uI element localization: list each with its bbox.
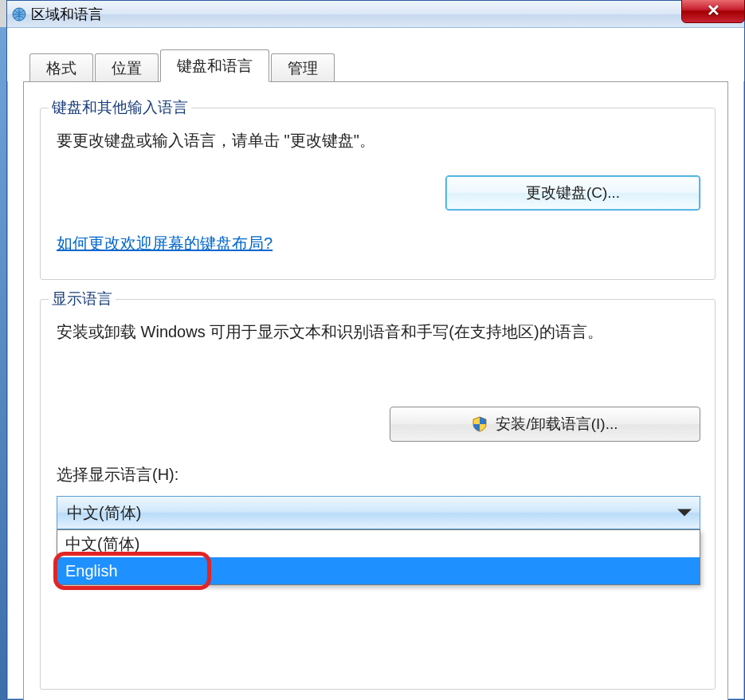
display-language-dropdown: 中文(简体) English xyxy=(57,529,700,585)
tab-format[interactable]: 格式 xyxy=(29,53,93,82)
close-button[interactable]: ✕ xyxy=(681,0,745,23)
select-display-language-label: 选择显示语言(H): xyxy=(57,464,178,486)
change-keyboard-button[interactable]: 更改键盘(C)... xyxy=(445,175,700,210)
tab-keyboard-language[interactable]: 键盘和语言 xyxy=(160,49,269,82)
titlebar[interactable]: 区域和语言 ✕ xyxy=(7,1,744,28)
uac-shield-icon xyxy=(472,416,488,432)
close-icon: ✕ xyxy=(707,1,720,20)
tab-location[interactable]: 位置 xyxy=(95,53,159,82)
option-chinese-simplified[interactable]: 中文(简体) xyxy=(57,530,700,557)
window-title: 区域和语言 xyxy=(31,5,103,24)
group-display-desc: 安装或卸载 Windows 可用于显示文本和识别语音和手写(在支持地区)的语言。 xyxy=(57,319,699,344)
change-keyboard-label: 更改键盘(C)... xyxy=(526,183,620,203)
group-keyboard-legend: 键盘和其他输入语言 xyxy=(49,97,191,118)
tab-row: 格式 位置 键盘和语言 管理 xyxy=(7,28,744,81)
group-display-legend: 显示语言 xyxy=(49,289,116,309)
dialog-window: 区域和语言 ✕ 格式 位置 键盘和语言 管理 键盘和其他输入语言 要更改键盘或输… xyxy=(6,0,745,700)
group-display-language: 显示语言 安装或卸载 Windows 可用于显示文本和识别语音和手写(在支持地区… xyxy=(40,299,716,690)
group-keyboard-input: 键盘和其他输入语言 要更改键盘或输入语言，请单击 "更改键盘"。 更改键盘(C)… xyxy=(40,108,716,280)
chevron-down-icon xyxy=(677,509,692,517)
combobox-selected-value: 中文(简体) xyxy=(67,502,141,524)
group-keyboard-desc: 要更改键盘或输入语言，请单击 "更改键盘"。 xyxy=(57,128,699,153)
background-sliver xyxy=(0,27,6,700)
install-uninstall-label: 安装/卸载语言(I)... xyxy=(496,414,618,435)
tab-content: 键盘和其他输入语言 要更改键盘或输入语言，请单击 "更改键盘"。 更改键盘(C)… xyxy=(23,81,728,700)
option-english[interactable]: English xyxy=(57,557,700,584)
install-uninstall-language-button[interactable]: 安装/卸载语言(I)... xyxy=(390,407,700,442)
welcome-screen-layout-link[interactable]: 如何更改欢迎屏幕的键盘布局? xyxy=(57,233,273,254)
globe-icon xyxy=(12,7,26,22)
tab-admin[interactable]: 管理 xyxy=(271,53,335,82)
display-language-combobox[interactable]: 中文(简体) xyxy=(57,496,700,529)
